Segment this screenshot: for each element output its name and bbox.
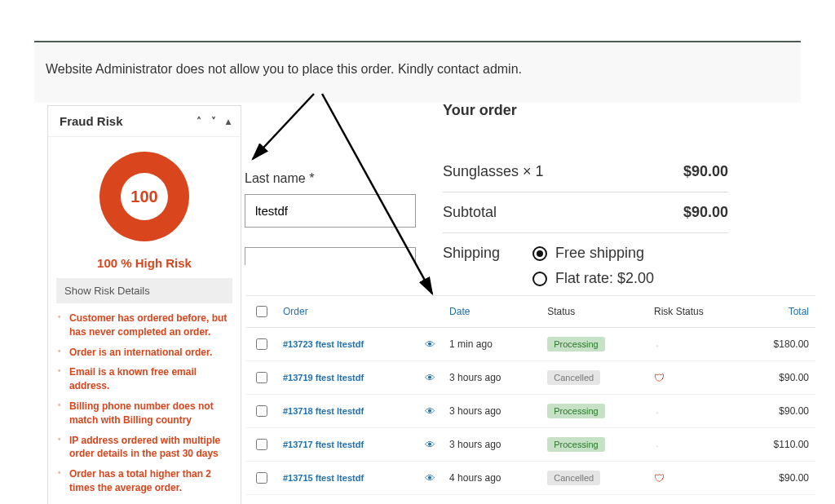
status-badge: Processing xyxy=(547,404,604,418)
shipping-option-free[interactable]: Free shipping xyxy=(532,245,654,262)
preview-icon[interactable]: 👁 xyxy=(425,405,435,418)
shipping-option-flat[interactable]: Flat rate: $2.00 xyxy=(532,270,654,287)
shipping-label: Shipping xyxy=(443,245,500,287)
order-link[interactable]: #13718 ftest ltestdf xyxy=(276,395,418,428)
collapse-icon[interactable]: ▴ xyxy=(226,116,231,127)
status-badge: Processing xyxy=(547,437,604,452)
subtotal-label: Subtotal xyxy=(443,204,497,221)
preview-icon[interactable]: 👁 xyxy=(425,338,435,351)
order-total: $90.00 xyxy=(742,462,815,495)
risk-reason: Billing phone number does not match with… xyxy=(63,396,234,431)
order-link[interactable]: #13715 ftest ltestdf xyxy=(276,462,418,495)
preview-icon[interactable]: 👁 xyxy=(425,472,435,484)
order-total: $110.00 xyxy=(742,428,815,462)
risk-label: 100 % High Risk xyxy=(48,250,241,278)
partial-input[interactable] xyxy=(245,247,416,265)
select-all-checkbox[interactable] xyxy=(256,306,267,317)
admin-block-banner: Website Administrator does not allow you… xyxy=(34,41,801,103)
radio-selected-icon xyxy=(532,246,547,261)
shield-icon: 🛡 xyxy=(654,472,665,484)
order-link[interactable]: #13719 ftest ltestdf xyxy=(276,361,418,395)
col-order[interactable]: Order xyxy=(276,296,418,328)
item-price: $90.00 xyxy=(683,163,728,180)
radio-icon xyxy=(532,272,547,286)
svg-line-0 xyxy=(253,94,314,159)
table-row[interactable]: #13717 ftest ltestdf👁3 hours agoProcessi… xyxy=(246,428,815,462)
col-total[interactable]: Total xyxy=(742,296,815,328)
shield-icon: ⬩ xyxy=(654,405,660,418)
fraud-panel-header: Fraud Risk ˄ ˅ ▴ xyxy=(48,106,241,137)
preview-icon[interactable]: 👁 xyxy=(425,439,435,451)
banner-text: Website Administrator does not allow you… xyxy=(46,62,522,76)
order-total: $180.00 xyxy=(742,328,815,361)
risk-reason: IP address ordered with multiple order d… xyxy=(63,431,234,465)
order-summary: Your order Sunglasses × 1 $90.00 Subtota… xyxy=(443,102,728,298)
status-badge: Cancelled xyxy=(547,370,600,385)
row-checkbox[interactable] xyxy=(256,372,267,383)
orders-table: Order Date Status Risk Status Total #137… xyxy=(246,296,815,504)
risk-reason: Customer has ordered before, but has nev… xyxy=(63,308,234,343)
row-checkbox[interactable] xyxy=(256,405,267,417)
subtotal-value: $90.00 xyxy=(683,204,728,221)
order-date: 4 hours ago xyxy=(443,462,541,495)
order-date: 1 min ago xyxy=(443,328,541,361)
chevron-up-icon[interactable]: ˄ xyxy=(197,116,201,127)
preview-icon[interactable]: 👁 xyxy=(425,372,435,384)
order-date: 3 hours ago xyxy=(443,361,541,395)
risk-score: 100 xyxy=(121,173,168,220)
order-date: 5 hours ago xyxy=(443,495,541,505)
row-checkbox[interactable] xyxy=(256,338,267,350)
risk-reason: Email is a known free email address. xyxy=(63,362,234,396)
show-risk-details-button[interactable]: Show Risk Details xyxy=(56,278,232,303)
risk-reason: Order has a total higher than 2 times th… xyxy=(63,464,234,498)
order-link[interactable]: #13717 ftest ltestdf xyxy=(276,428,418,462)
table-row[interactable]: #13723 ftest ltestdf👁1 min agoProcessing… xyxy=(246,328,815,361)
table-row[interactable]: #13719 ftest ltestdf👁3 hours agoCancelle… xyxy=(246,361,815,395)
chevron-down-icon[interactable]: ˅ xyxy=(211,116,216,127)
order-total: $135.00 xyxy=(742,495,815,505)
order-date: 3 hours ago xyxy=(443,428,541,462)
lastname-input[interactable] xyxy=(245,194,416,228)
orders-table-panel: Order Date Status Risk Status Total #137… xyxy=(246,295,815,504)
table-row[interactable]: #13715 ftest ltestdf👁4 hours agoCancelle… xyxy=(246,462,815,495)
status-badge: Cancelled xyxy=(547,471,600,485)
col-risk[interactable]: Risk Status xyxy=(647,296,742,328)
row-checkbox[interactable] xyxy=(256,439,267,450)
item-line: Sunglasses × 1 xyxy=(443,163,544,180)
col-status[interactable]: Status xyxy=(541,296,647,328)
order-date: 3 hours ago xyxy=(443,395,541,428)
risk-gauge: 100 xyxy=(48,137,241,250)
order-total: $90.00 xyxy=(742,395,815,428)
fraud-risk-panel: Fraud Risk ˄ ˅ ▴ 100 100 % High Risk Sho… xyxy=(47,105,241,504)
table-row[interactable]: #13714 ftest ltestdf👁5 hours agoProcessi… xyxy=(246,495,815,505)
shield-icon: ⬩ xyxy=(654,439,660,451)
col-date[interactable]: Date xyxy=(443,296,541,328)
checkout-form-fragment: Last name * xyxy=(245,171,416,265)
row-checkbox[interactable] xyxy=(256,472,267,484)
fraud-panel-title: Fraud Risk xyxy=(60,114,123,128)
table-row[interactable]: #13718 ftest ltestdf👁3 hours agoProcessi… xyxy=(246,395,815,428)
risk-reasons-list: Customer has ordered before, but has nev… xyxy=(63,308,234,498)
shield-icon: ⬩ xyxy=(654,338,660,351)
risk-reason: Order is an international order. xyxy=(63,343,234,363)
shield-icon: 🛡 xyxy=(654,372,665,384)
status-badge: Processing xyxy=(547,337,604,351)
order-heading: Your order xyxy=(443,102,728,119)
order-total: $90.00 xyxy=(742,361,815,395)
lastname-label: Last name * xyxy=(245,171,416,186)
order-link[interactable]: #13714 ftest ltestdf xyxy=(276,495,418,505)
order-link[interactable]: #13723 ftest ltestdf xyxy=(276,328,418,361)
